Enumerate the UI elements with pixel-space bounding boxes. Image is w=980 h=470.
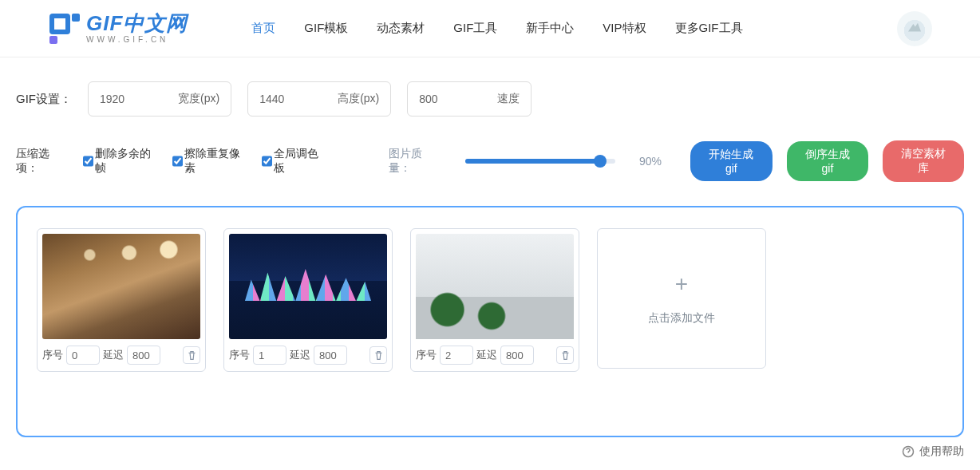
- nav: 首页 GIF模板 动态素材 GIF工具 新手中心 VIP特权 更多GIF工具: [251, 21, 897, 36]
- clear-assets-button[interactable]: 清空素材库: [883, 140, 964, 182]
- delete-frame-button[interactable]: [183, 346, 200, 364]
- frame-card[interactable]: 序号 延迟: [223, 228, 393, 372]
- delete-frame-button[interactable]: [369, 346, 387, 364]
- trash-icon: [187, 350, 197, 361]
- frame-thumbnail: [416, 234, 574, 339]
- frame-card[interactable]: 序号 延迟: [37, 228, 206, 372]
- logo-subtitle: WWW.GIF.CN: [86, 35, 188, 44]
- opt-remove-frames-label: 删除多余的帧: [95, 147, 158, 176]
- frame-controls: 序号 延迟: [42, 346, 200, 365]
- height-field[interactable]: 高度(px): [247, 81, 391, 117]
- reverse-generate-button[interactable]: 倒序生成gif: [787, 141, 869, 181]
- width-field[interactable]: 宽度(px): [88, 81, 231, 117]
- height-input[interactable]: [259, 93, 317, 105]
- trash-icon: [373, 350, 384, 361]
- speed-input[interactable]: [419, 93, 476, 105]
- delay-input[interactable]: [127, 346, 160, 365]
- quality-slider-fill: [465, 159, 600, 164]
- nav-assets[interactable]: 动态素材: [377, 21, 425, 36]
- nav-templates[interactable]: GIF模板: [304, 21, 348, 36]
- speed-field[interactable]: 速度: [407, 81, 531, 117]
- seq-label: 序号: [416, 348, 437, 362]
- nav-home[interactable]: 首页: [251, 21, 275, 36]
- svg-rect-2: [49, 36, 57, 44]
- delay-input[interactable]: [500, 346, 534, 365]
- gif-settings-row: GIF设置： 宽度(px) 高度(px) 速度: [0, 57, 980, 124]
- trash-icon: [560, 350, 571, 361]
- frame-canvas: 序号 延迟 序号 延迟 序号 延迟: [16, 206, 964, 437]
- opt-erase-dup-label: 擦除重复像素: [184, 147, 247, 176]
- compress-label: 压缩选项：: [16, 147, 69, 176]
- nav-tools[interactable]: GIF工具: [453, 21, 497, 36]
- options-row: 压缩选项： 删除多余的帧 擦除重复像素 全局调色板 图片质量： 90% 开始生成…: [0, 124, 980, 198]
- add-file-label: 点击添加文件: [648, 311, 715, 326]
- quality-percent: 90%: [639, 155, 662, 168]
- delete-frame-button[interactable]: [556, 346, 574, 364]
- start-generate-button[interactable]: 开始生成gif: [690, 141, 773, 181]
- plus-icon: +: [675, 271, 688, 297]
- opt-erase-dup-checkbox[interactable]: [172, 156, 183, 167]
- nav-help-center[interactable]: 新手中心: [526, 21, 574, 36]
- svg-rect-1: [54, 18, 65, 30]
- width-input[interactable]: [100, 93, 157, 105]
- svg-rect-3: [72, 14, 80, 22]
- header-bar: GIF中文网 WWW.GIF.CN 首页 GIF模板 动态素材 GIF工具 新手…: [0, 0, 980, 57]
- nav-more-tools[interactable]: 更多GIF工具: [675, 21, 743, 36]
- opt-remove-frames-checkbox[interactable]: [83, 156, 93, 167]
- quality-label: 图片质量：: [389, 147, 441, 176]
- quality-slider-thumb[interactable]: [594, 155, 607, 168]
- add-file-card[interactable]: + 点击添加文件: [597, 228, 766, 369]
- gif-settings-label: GIF设置：: [16, 92, 72, 107]
- help-label: 使用帮助: [919, 444, 964, 459]
- width-suffix: 宽度(px): [178, 92, 219, 106]
- nav-vip[interactable]: VIP特权: [603, 21, 646, 36]
- logo[interactable]: GIF中文网 WWW.GIF.CN: [48, 12, 188, 45]
- opt-erase-dup[interactable]: 擦除重复像素: [172, 147, 247, 176]
- seq-input[interactable]: [66, 346, 100, 365]
- seq-input[interactable]: [440, 346, 473, 365]
- delay-input[interactable]: [314, 346, 347, 365]
- quality-slider[interactable]: [465, 159, 615, 164]
- height-suffix: 高度(px): [338, 92, 379, 106]
- opt-global-palette-label: 全局调色板: [274, 147, 326, 176]
- opt-remove-frames[interactable]: 删除多余的帧: [83, 147, 158, 176]
- logo-icon: [48, 12, 81, 45]
- delay-label: 延迟: [290, 348, 310, 362]
- frame-thumbnail: [229, 234, 387, 339]
- speed-suffix: 速度: [497, 92, 520, 106]
- frame-thumbnail: [42, 234, 200, 339]
- help-link[interactable]: 使用帮助: [902, 444, 964, 459]
- avatar[interactable]: [897, 11, 932, 46]
- delay-label: 延迟: [476, 348, 497, 362]
- delay-label: 延迟: [103, 348, 124, 362]
- seq-input[interactable]: [253, 346, 286, 365]
- question-circle-icon: [902, 445, 915, 458]
- frame-controls: 序号 延迟: [229, 346, 387, 365]
- logo-title: GIF中文网: [86, 13, 188, 34]
- opt-global-palette-checkbox[interactable]: [262, 156, 272, 167]
- frame-card[interactable]: 序号 延迟: [410, 228, 579, 372]
- frame-controls: 序号 延迟: [416, 346, 574, 365]
- seq-label: 序号: [42, 348, 63, 362]
- seq-label: 序号: [229, 348, 250, 362]
- opt-global-palette[interactable]: 全局调色板: [262, 147, 326, 176]
